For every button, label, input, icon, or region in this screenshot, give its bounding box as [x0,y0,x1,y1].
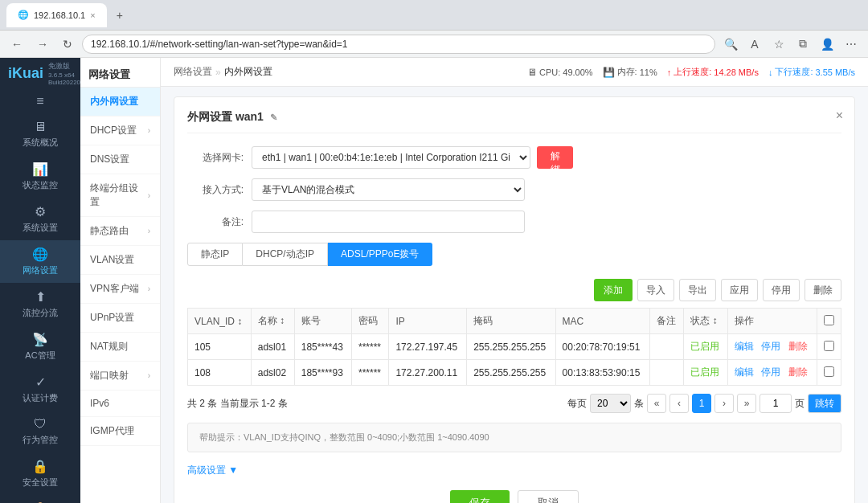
select-all-checkbox[interactable] [824,315,834,325]
sidebar-item-monitor[interactable]: 📊 状态监控 [0,155,80,198]
sub-item-nat[interactable]: NAT规则 [80,333,160,362]
save-btn[interactable]: 保存 [450,490,510,503]
cell-status-1: 已启用 [684,334,728,360]
sidebar-label-network: 网络设置 [23,264,58,276]
edit-btn-2[interactable]: 编辑 [735,366,754,378]
bookmark-icon[interactable]: ☆ [768,34,789,55]
import-btn[interactable]: 导入 [637,279,674,301]
new-tab-btn[interactable]: + [112,6,128,25]
access-select[interactable]: 基于VLAN的混合模式 [252,178,525,201]
toggle-btn-1[interactable]: 停用 [761,341,780,352]
content-area: 外网设置 wan1 ✎ × 选择网卡: eth1 | wan1 | 00:e0:… [161,87,868,503]
extensions-icon[interactable]: ⧉ [792,34,813,55]
toggle-btn-2[interactable]: 停用 [761,366,780,378]
browser-chrome: 🌐 192.168.10.1 × + [0,0,868,31]
sub-item-portmap[interactable]: 端口映射 › [80,362,160,391]
tab-static-ip[interactable]: 静态IP [187,243,243,266]
edit-title-icon[interactable]: ✎ [270,112,277,123]
menu-toggle-btn[interactable]: ≡ [0,89,80,113]
sidebar-item-ac[interactable]: 📡 AC管理 [0,325,80,368]
goto-page-input[interactable] [760,394,792,413]
sub-item-upnp[interactable]: UPnP设置 [80,304,160,333]
next-page-btn[interactable]: › [714,394,734,413]
security-icon: 🔒 [32,459,48,474]
last-page-btn[interactable]: » [737,394,756,413]
sidebar-item-auth[interactable]: ✓ 认证计费 [0,368,80,411]
panel-close-btn[interactable]: × [836,108,843,123]
cell-vlanid-2: 108 [188,360,252,386]
translate-icon[interactable]: A [744,34,765,55]
table-toolbar: 添加 导入 导出 应用 停用 删除 [187,279,841,301]
sidebar-item-overview[interactable]: 🖥 系统概况 [0,113,80,155]
first-page-btn[interactable]: « [647,394,666,413]
breadcrumb-parent[interactable]: 网络设置 [174,65,212,79]
unbind-btn[interactable]: 解绑 [537,146,573,169]
panel-title-text: 外网设置 wan1 [187,110,264,125]
form-actions: 保存 取消 [187,490,841,503]
col-vlanid[interactable]: VLAN_ID ↕ [188,309,252,334]
delete-btn[interactable]: 删除 [805,279,841,301]
search-toolbar-icon[interactable]: 🔍 [720,34,741,55]
per-page-select[interactable]: 20 50 100 [590,394,631,413]
sidebar-item-behavior[interactable]: 🛡 行为管控 [0,411,80,452]
download-arrow-icon: ↓ [768,67,773,77]
row-checkbox-2[interactable] [824,366,834,377]
export-btn[interactable]: 导出 [679,279,716,301]
sysconfig-icon: ⚙ [35,204,46,219]
cpu-value: 49.00% [563,67,592,77]
nic-select[interactable]: eth1 | wan1 | 00:e0:b4:1e:1e:eb | Intel … [252,146,530,169]
back-btn[interactable]: ← [6,35,27,54]
add-btn[interactable]: 添加 [594,279,633,301]
nic-label: 选择网卡: [187,151,252,165]
chevron-icon-2: › [148,191,150,200]
row-checkbox-1[interactable] [824,341,834,351]
browser-tab[interactable]: 🌐 192.168.10.1 × [6,3,107,27]
cell-check-1[interactable] [817,334,841,360]
sub-item-vlan[interactable]: VLAN设置 [80,246,160,275]
reload-btn[interactable]: ↻ [58,35,77,54]
remark-input[interactable] [252,211,525,233]
col-name[interactable]: 名称 ↕ [251,309,294,334]
sidebar-item-security[interactable]: 🔒 安全设置 [0,452,80,495]
sub-item-vpnclient[interactable]: VPN客户端 › [80,275,160,304]
current-page-btn[interactable]: 1 [692,394,711,413]
sub-item-ipv6[interactable]: IPv6 [80,391,160,417]
apply-btn[interactable]: 应用 [721,279,758,301]
prev-page-btn[interactable]: ‹ [669,394,689,413]
sub-item-igmp[interactable]: IGMP代理 [80,417,160,446]
advanced-toggle-btn[interactable]: 高级设置 ▼ [187,464,841,477]
tab-dhcp[interactable]: DHCP/动态IP [243,243,328,266]
sub-item-portgroup[interactable]: 终端分组设置 › [80,174,160,217]
sub-item-nat-label: NAT规则 [90,340,128,354]
sub-item-dhcp[interactable]: DHCP设置 › [80,117,160,145]
sidebar-item-advanced[interactable]: 📦 高级应用 [0,495,80,503]
delete-btn-1[interactable]: 删除 [788,341,808,352]
sub-item-dns[interactable]: DNS设置 [80,145,160,174]
access-row: 接入方式: 基于VLAN的混合模式 [187,178,841,201]
goto-page-btn[interactable]: 跳转 [808,394,841,413]
sidebar-label-auth: 认证计费 [23,392,58,404]
col-status[interactable]: 状态 ↕ [684,309,728,334]
sub-item-staticroute[interactable]: 静态路由 › [80,217,160,246]
address-bar[interactable] [82,35,715,54]
menu-icon[interactable]: ⋯ [841,34,862,55]
delete-btn-2[interactable]: 删除 [788,366,808,378]
main-sidebar: iKuai 免激版 3.6.5 x64 Build202206011520 ≡ … [0,58,80,503]
disable-btn[interactable]: 停用 [763,279,800,301]
tab-pppoe[interactable]: ADSL/PPPoE拨号 [328,243,432,266]
sidebar-item-traffic[interactable]: ⬆ 流控分流 [0,283,80,325]
sub-item-wan[interactable]: 内外网设置 [80,88,160,117]
upload-arrow-icon: ↑ [667,67,672,77]
cell-actions-2: 编辑 停用 删除 [727,360,817,386]
col-ip: IP [389,309,467,334]
forward-btn[interactable]: → [32,35,53,54]
sidebar-item-sysconfig[interactable]: ⚙ 系统设置 [0,198,80,240]
cell-check-2[interactable] [817,360,841,386]
cancel-btn[interactable]: 取消 [518,490,579,503]
sidebar-item-network[interactable]: 🌐 网络设置 [0,240,80,283]
profile-icon[interactable]: 👤 [817,34,837,55]
wan-settings-panel: 外网设置 wan1 ✎ × 选择网卡: eth1 | wan1 | 00:e0:… [174,96,855,503]
tab-close-btn[interactable]: × [90,10,95,20]
edit-btn-1[interactable]: 编辑 [735,341,754,352]
col-checkbox[interactable] [817,309,841,334]
